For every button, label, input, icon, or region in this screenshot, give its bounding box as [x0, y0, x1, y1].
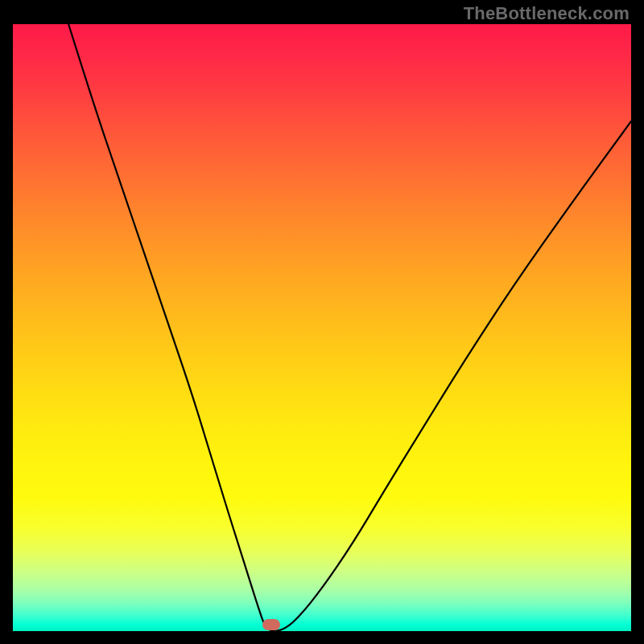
watermark-text: TheBottleneck.com — [464, 3, 630, 24]
optimum-marker — [262, 619, 280, 630]
chart-container: TheBottleneck.com — [0, 0, 644, 644]
bottleneck-curve — [68, 24, 631, 631]
curve-svg — [13, 24, 631, 631]
plot-area — [13, 24, 631, 631]
